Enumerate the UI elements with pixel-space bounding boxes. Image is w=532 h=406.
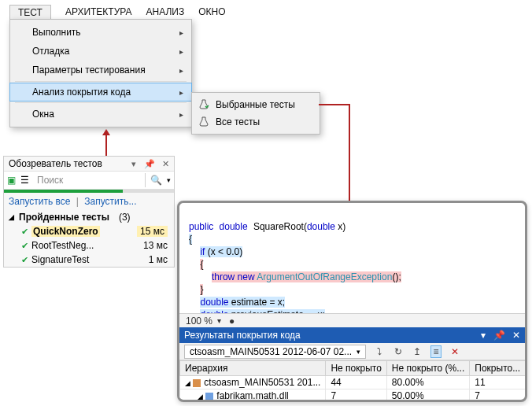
close-icon[interactable]: ✕ [512,330,520,341]
code-token: double [200,297,228,308]
code-token: } [200,284,203,295]
annotation-line [319,104,350,105]
search-icon[interactable]: 🔍 [150,175,162,186]
submenu-selected-label: Выбранные тесты [216,99,295,110]
menu-test-settings[interactable]: Параметры тестирования▸ [10,61,191,79]
menu-separator [15,102,187,103]
menu-windows-label: Окна [32,109,54,120]
chevron-right-icon: ▸ [179,66,183,75]
run-link[interactable]: Запустить... [84,196,136,207]
flask-icon [198,116,209,127]
expand-icon[interactable]: ◢ [198,393,203,400]
chevron-right-icon: ▸ [179,47,183,56]
menu-test-settings-label: Параметры тестирования [32,65,146,76]
code-token: double [220,221,248,232]
toggle-color-highlight-icon[interactable]: ≡ [430,345,441,358]
chevron-right-icon: ▸ [179,88,183,97]
zoom-level[interactable]: 100 % [186,316,212,327]
expand-icon[interactable]: ◢ [185,379,190,387]
menu-windows[interactable]: Окна▸ [10,105,191,124]
col-covered[interactable]: Покрыто... [470,361,526,376]
run-all-link[interactable]: Запустить все [9,196,70,207]
test-list: ✔QuickNonZero 15 мс ✔RootTestNeg... 13 м… [4,224,174,267]
table-row[interactable]: ◢ ctsoasm_MAIN50531 201... 44 80.00% 11 [180,376,526,389]
test-name: RootTestNeg... [31,240,94,251]
dropdown-arrow-icon[interactable]: ▾ [481,330,486,341]
coverage-toolbar: ctsoasm_MAIN50531 2012-06-07 02... ▾ ⤵ ↻… [179,343,525,360]
table-row[interactable]: ◢ fabrikam.math.dll 7 50.00% 7 [180,389,526,403]
menu-run-label: Выполнить [32,27,81,38]
pin-icon[interactable]: 📌 [144,159,155,168]
nav-bullet-icon[interactable]: ● [229,316,235,327]
refresh-icon[interactable]: ↻ [393,346,404,357]
test-name: SignatureTest [31,254,89,265]
chevron-down-icon[interactable]: ▾ [217,316,221,325]
pass-icon: ✔ [21,255,28,264]
pass-icon: ✔ [21,227,28,236]
code-token: new [238,271,255,282]
code-token: throw [212,271,235,282]
row-not-covered-pct: 50.00% [386,389,469,403]
coverage-results-table: Иерархия Не покрыто Не покрыто (%... Пок… [179,360,525,400]
code-token: (); [392,271,401,282]
row-not-covered-pct: 80.00% [386,376,469,389]
test-item[interactable]: ✔QuickNonZero 15 мс [4,224,174,238]
group-by-icon[interactable]: ☰ [20,175,29,186]
col-not-covered[interactable]: Не покрыто [326,361,386,376]
test-explorer-title: Обозреватель тестов [9,158,102,169]
dropdown-arrow-icon[interactable]: ▾ [167,176,171,184]
run-all-icon[interactable]: ▣ [7,175,16,186]
menu-debug[interactable]: Отладка▸ [10,42,191,61]
test-item[interactable]: ✔SignatureTest 1 мс [4,253,174,267]
code-token: { [189,234,192,245]
row-name: fabrikam.math.dll [216,390,288,401]
coverage-results-title: Результаты покрытия кода [184,330,301,341]
search-input[interactable]: Поиск [34,173,146,187]
row-covered: 11 [470,376,526,389]
test-name: QuickNonZero [31,226,100,237]
delete-icon[interactable]: ✕ [449,346,460,357]
row-not-covered: 7 [326,389,386,403]
dropdown-arrow-icon[interactable]: ▾ [131,159,136,168]
test-menu-dropdown: Выполнить▸ Отладка▸ Параметры тестирован… [9,19,192,127]
group-count: (3) [119,212,131,223]
code-token: SquareRoot( [253,221,307,232]
pin-icon[interactable]: 📌 [493,330,505,341]
link-separator: | [73,196,82,207]
submenu-all-tests[interactable]: Все тесты [192,113,320,131]
menu-code-coverage-label: Анализ покрытия кода [32,87,131,98]
code-token: estimate = x; [229,297,286,308]
menu-separator [15,81,187,82]
arrowhead-up-icon [102,129,110,135]
coverage-results-header: Результаты покрытия кода ▾ 📌 ✕ [179,327,525,343]
export-icon[interactable]: ↥ [412,346,423,357]
code-token: double [307,221,335,232]
menu-window[interactable]: ОКНО [198,5,225,22]
collapse-icon[interactable]: ◢ [9,213,14,221]
code-token: ArgumentOutOfRangeException [257,271,392,282]
test-duration: 1 мс [149,254,168,265]
chevron-right-icon: ▸ [179,110,183,119]
code-coverage-submenu: Выбранные тесты Все тесты [191,92,320,135]
zoom-strip: 100 % ▾ ● [179,313,525,327]
code-token: (x < 0.0) [205,246,242,257]
close-icon[interactable]: ✕ [162,159,169,168]
code-token: { [200,259,203,270]
test-item[interactable]: ✔RootTestNeg... 13 мс [4,238,174,253]
results-dropdown[interactable]: ctsoasm_MAIN50531 2012-06-07 02... ▾ [184,345,366,359]
chevron-right-icon: ▸ [179,28,183,37]
results-dropdown-label: ctsoasm_MAIN50531 2012-06-07 02... [190,346,352,357]
row-not-covered: 44 [326,376,386,389]
menu-run[interactable]: Выполнить▸ [10,23,191,42]
test-duration: 15 мс [137,226,168,237]
col-hierarchy[interactable]: Иерархия [180,361,326,376]
import-icon[interactable]: ⤵ [374,346,385,357]
row-covered: 7 [470,389,526,403]
menu-code-coverage[interactable]: Анализ покрытия кода▸ [9,83,192,102]
chevron-down-icon: ▾ [357,348,360,356]
col-not-covered-pct[interactable]: Не покрыто (%... [386,361,469,376]
test-duration: 13 мс [143,240,168,251]
code-token: public [189,221,213,232]
submenu-selected-tests[interactable]: Выбранные тесты [192,96,320,113]
menu-debug-label: Отладка [32,46,69,57]
